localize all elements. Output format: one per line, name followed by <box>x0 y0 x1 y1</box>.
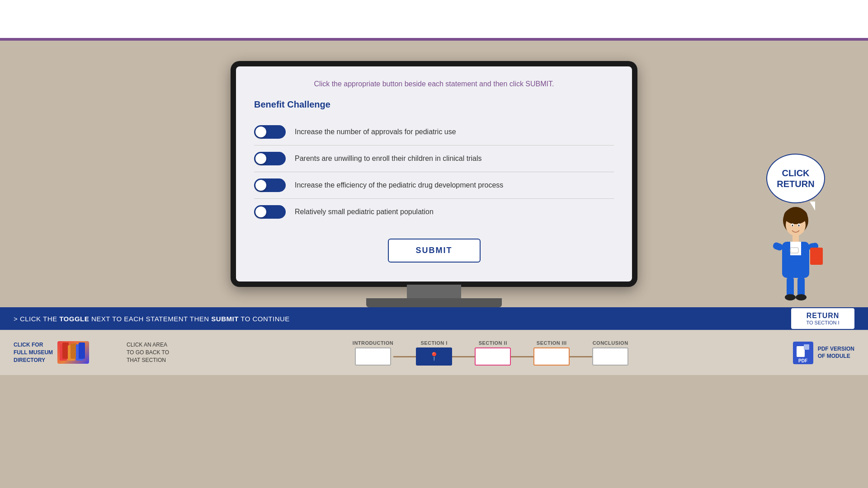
museum-directory[interactable]: CLICK FORFULL MUSEUMDIRECTORY <box>14 341 118 364</box>
toggle-label-4: Relatively small pediatric patient popul… <box>295 208 434 216</box>
connector-1 <box>393 356 416 357</box>
toggle-label-3: Increase the efficiency of the pediatric… <box>295 181 503 189</box>
toggle-4[interactable] <box>254 205 286 219</box>
benefit-challenge-section: Benefit Challenge Increase the number of… <box>254 99 614 225</box>
section-ii-box <box>475 347 511 366</box>
section-conclusion[interactable]: CONCLUSION <box>592 340 628 366</box>
pdf-area[interactable]: PDF PDF VERSIONOF MODULE <box>782 342 854 364</box>
bar-end: TO CONTINUE <box>239 315 290 323</box>
section-introduction-box <box>355 347 391 366</box>
screen-instruction: Click the appropriate button beside each… <box>254 80 614 88</box>
bubble-line2: RETURN <box>777 178 814 189</box>
svg-rect-19 <box>62 343 69 359</box>
svg-rect-23 <box>79 343 85 359</box>
bar-mid: NEXT TO EACH STATEMENT THEN <box>89 315 211 323</box>
toggle-row-2: Parents are unwilling to enroll their ch… <box>254 145 614 172</box>
instruction-bar-text: > CLICK THE TOGGLE NEXT TO EACH STATEMEN… <box>14 315 290 323</box>
main-area: Click the appropriate button beside each… <box>0 41 868 307</box>
toggle-2[interactable] <box>254 152 286 165</box>
svg-rect-6 <box>772 242 784 252</box>
connector-3 <box>511 356 533 357</box>
section-i[interactable]: SECTION I 📍 <box>416 340 452 366</box>
svg-rect-13 <box>790 248 798 253</box>
connector-2 <box>452 356 475 357</box>
monitor: Click the appropriate button beside each… <box>231 61 637 287</box>
toggle-1[interactable] <box>254 125 286 139</box>
monitor-stand-base <box>366 298 502 307</box>
character-area: CLICK RETURN <box>760 154 832 303</box>
character-figure <box>760 199 832 303</box>
svg-rect-21 <box>71 343 77 359</box>
return-btn-bottom-label: TO SECTION I <box>800 320 845 325</box>
section-ii-label: SECTION II <box>479 340 507 346</box>
instruction-bar: > CLICK THE TOGGLE NEXT TO EACH STATEMEN… <box>0 307 868 330</box>
section-introduction[interactable]: INTRODUCTION <box>353 340 393 366</box>
monitor-stand-neck <box>407 285 461 298</box>
toggle-label-2: Parents are unwilling to enroll their ch… <box>295 155 482 163</box>
toggle-row-3: Increase the efficiency of the pediatric… <box>254 172 614 199</box>
section-conclusion-box <box>592 347 628 366</box>
return-to-section-button[interactable]: RETURN TO SECTION I <box>791 308 854 329</box>
svg-rect-26 <box>804 344 809 350</box>
toggle-knob-1 <box>255 127 266 137</box>
top-bar <box>0 0 868 41</box>
bar-submit-word: SUBMIT <box>211 315 239 323</box>
svg-point-2 <box>784 208 807 224</box>
svg-point-16 <box>792 225 793 226</box>
pdf-icon: PDF <box>793 342 813 364</box>
sections-timeline: INTRODUCTION SECTION I 📍 SECTION II SECT… <box>208 340 773 366</box>
section-i-box: 📍 <box>416 347 452 366</box>
pdf-label: PDF VERSIONOF MODULE <box>818 346 854 360</box>
return-btn-top-label: RETURN <box>800 312 845 320</box>
svg-rect-25 <box>797 346 805 357</box>
section-ii[interactable]: SECTION II <box>475 340 511 366</box>
bar-prefix: > CLICK THE <box>14 315 59 323</box>
speech-bubble[interactable]: CLICK RETURN <box>766 154 825 203</box>
location-pin-icon: 📍 <box>429 352 439 361</box>
section-conclusion-label: CONCLUSION <box>593 340 628 346</box>
monitor-screen: Click the appropriate button beside each… <box>236 66 632 282</box>
bar-toggle-word: TOGGLE <box>59 315 89 323</box>
toggle-list: Increase the number of approvals for ped… <box>254 119 614 225</box>
bubble-line1: CLICK <box>777 168 814 178</box>
museum-books-icon <box>57 341 89 364</box>
submit-button[interactable]: SUBMIT <box>388 239 481 263</box>
svg-point-11 <box>785 294 796 300</box>
section-iii-label: SECTION III <box>537 340 567 346</box>
toggle-knob-3 <box>255 180 266 191</box>
toggle-3[interactable] <box>254 178 286 192</box>
section-iii-box <box>533 347 570 366</box>
nav-bar: CLICK FORFULL MUSEUMDIRECTORY CLICK AN A… <box>0 330 868 375</box>
svg-point-17 <box>798 225 800 226</box>
toggle-row-1: Increase the number of approvals for ped… <box>254 119 614 145</box>
section-title: Benefit Challenge <box>254 99 614 110</box>
section-i-label: SECTION I <box>420 340 448 346</box>
svg-point-12 <box>796 294 807 300</box>
connector-4 <box>570 356 592 357</box>
museum-dir-text: CLICK FORFULL MUSEUMDIRECTORY <box>14 341 53 364</box>
toggle-row-4: Relatively small pediatric patient popul… <box>254 199 614 225</box>
toggle-label-1: Increase the number of approvals for ped… <box>295 128 456 136</box>
nav-instructions: CLICK AN AREATO GO BACK TOTHAT SECTION <box>127 341 199 364</box>
toggle-knob-4 <box>255 206 266 217</box>
toggle-knob-2 <box>255 153 266 164</box>
svg-rect-8 <box>810 248 823 265</box>
section-introduction-label: INTRODUCTION <box>353 340 393 346</box>
section-iii[interactable]: SECTION III <box>533 340 570 366</box>
svg-text:PDF: PDF <box>798 358 807 362</box>
